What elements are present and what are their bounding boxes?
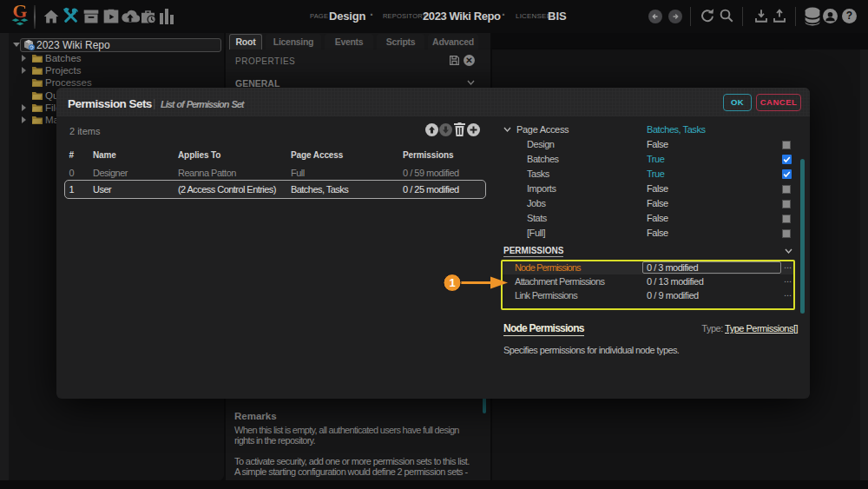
svg-text:1: 1 xyxy=(449,276,455,289)
